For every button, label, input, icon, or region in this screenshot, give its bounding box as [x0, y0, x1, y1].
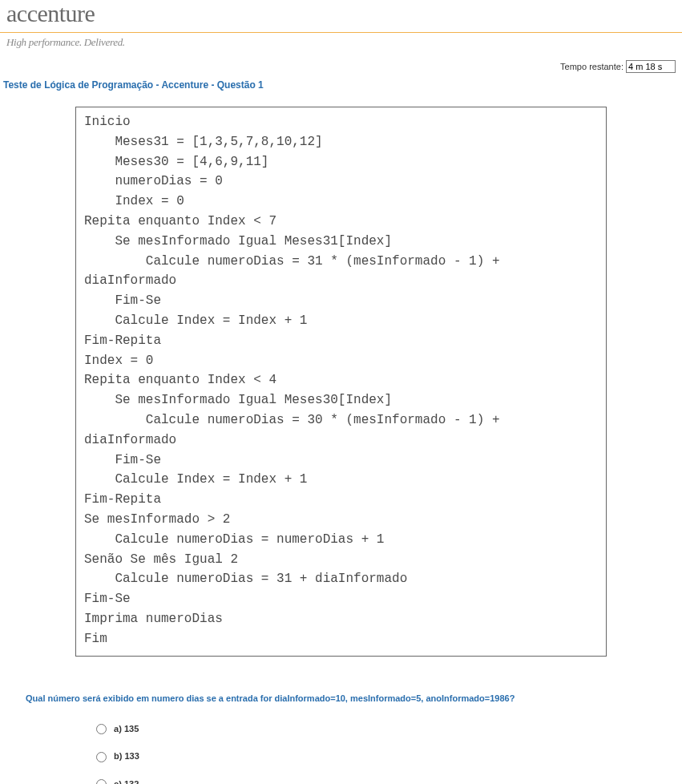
option-c-label: c) 132 [114, 779, 139, 784]
option-b-radio[interactable] [96, 752, 107, 762]
option-c[interactable]: c) 132 [96, 771, 682, 784]
timer-value-input [626, 60, 676, 73]
option-a[interactable]: a) 135 [96, 716, 682, 744]
options-group: a) 135 b) 133 c) 132 d) 134 [0, 711, 682, 784]
page-title: Teste de Lógica de Programação - Accentu… [0, 76, 682, 100]
option-c-radio[interactable] [96, 779, 107, 784]
option-a-radio[interactable] [96, 724, 107, 734]
brand-tagline: High performance. Delivered. [0, 36, 682, 49]
question-text: Qual número será exibido em numero dias … [0, 666, 682, 711]
option-b[interactable]: b) 133 [96, 743, 682, 771]
timer-label: Tempo restante: [560, 62, 623, 71]
timer-row: Tempo restante: [0, 49, 682, 76]
option-b-label: b) 133 [114, 751, 139, 761]
divider [0, 32, 682, 33]
option-a-label: a) 135 [114, 724, 139, 733]
code-block: Inicio Meses31 = [1,3,5,7,8,10,12] Meses… [75, 107, 607, 657]
brand-logo: accenture [6, 0, 676, 26]
